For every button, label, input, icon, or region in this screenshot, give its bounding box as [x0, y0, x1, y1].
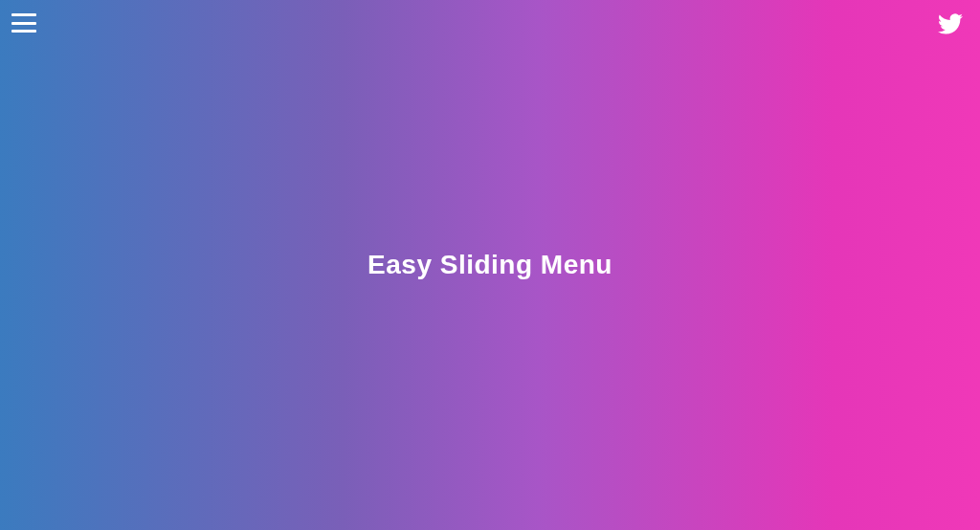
- twitter-link[interactable]: [938, 11, 963, 36]
- page-title: Easy Sliding Menu: [368, 250, 612, 280]
- twitter-icon: [938, 11, 963, 36]
- hamburger-line-icon: [11, 22, 36, 25]
- hamburger-line-icon: [11, 30, 36, 33]
- hamburger-line-icon: [11, 13, 36, 16]
- hamburger-menu-button[interactable]: [11, 13, 36, 33]
